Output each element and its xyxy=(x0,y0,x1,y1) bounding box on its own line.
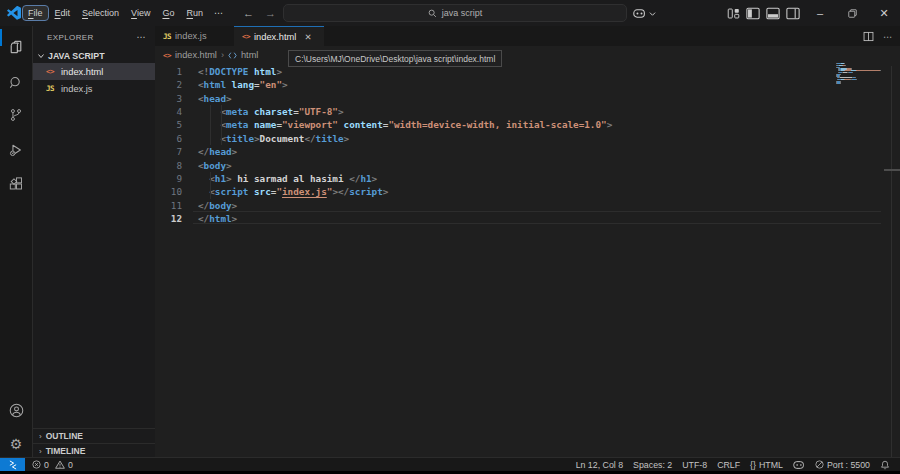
code-line-5: <meta name="viewport" content="width=dev… xyxy=(198,118,612,131)
toggle-sidebar-button[interactable] xyxy=(746,7,760,20)
tab-index.js[interactable]: JSindex.js xyxy=(155,26,234,46)
source-control-icon[interactable] xyxy=(0,100,32,130)
code-line-11: </body> xyxy=(198,199,612,212)
command-center-label: java script xyxy=(442,8,483,18)
file-name: index.html xyxy=(61,67,103,77)
problems-status[interactable]: 0 0 xyxy=(32,460,73,470)
breadcrumb-file[interactable]: index.html xyxy=(175,50,217,60)
js-file-icon: JS xyxy=(163,32,171,41)
explorer-icon[interactable] xyxy=(0,32,32,62)
explorer-more-actions[interactable]: ⋯ xyxy=(137,32,147,42)
code-line-4: <meta charset="UTF-8"> xyxy=(198,105,612,118)
code-line-9: <h1> hi sarmad al hasimi </h1> xyxy=(198,172,612,185)
language-status[interactable]: {}HTML xyxy=(750,460,783,470)
tab-label: index.html xyxy=(254,32,296,42)
breadcrumb-symbol[interactable]: html xyxy=(241,50,258,60)
vscode-logo-icon xyxy=(7,6,21,20)
remote-indicator[interactable] xyxy=(0,458,25,471)
menu-file[interactable]: File xyxy=(22,5,49,21)
copilot-button[interactable] xyxy=(633,0,656,26)
extensions-icon[interactable] xyxy=(0,169,32,199)
js-file-icon: JS xyxy=(46,84,58,93)
notifications-bell-icon[interactable] xyxy=(880,460,890,470)
vscode-window: FileEditSelectionViewGoRun⋯ ← → java scr… xyxy=(0,0,900,474)
code-line-6: <title>Document</title> xyxy=(198,132,612,145)
cursor-position-status[interactable]: Ln 12, Col 8 xyxy=(576,460,623,470)
menu-go[interactable]: Go xyxy=(156,5,180,21)
encoding-status[interactable]: UTF-8 xyxy=(682,460,707,470)
explorer-title: EXPLORER xyxy=(47,33,94,42)
split-editor-icon[interactable] xyxy=(863,31,874,42)
customize-layout-button[interactable] xyxy=(727,7,740,20)
accounts-icon[interactable] xyxy=(0,395,32,425)
menu-more-icon[interactable]: ⋯ xyxy=(209,5,229,21)
status-bar: 0 0 Ln 12, Col 8 Spaces: 2 UTF-8 CRLF {}… xyxy=(0,457,900,471)
editor-more-actions-icon[interactable]: ⋯ xyxy=(883,31,893,42)
file-item-index.js[interactable]: JSindex.js xyxy=(33,80,155,97)
chevron-down-icon xyxy=(37,52,45,60)
search-view-icon[interactable] xyxy=(0,68,32,98)
eol-status[interactable]: CRLF xyxy=(717,460,740,470)
timeline-section[interactable]: › TIMELINE xyxy=(33,443,155,458)
minimap-border xyxy=(891,66,892,457)
code-line-7: </head> xyxy=(198,145,612,158)
title-bar: FileEditSelectionViewGoRun⋯ ← → java scr… xyxy=(0,0,900,26)
error-icon xyxy=(32,460,41,469)
file-item-index.html[interactable]: <>index.html xyxy=(33,63,155,80)
explorer-sidebar: EXPLORER ⋯ JAVA SCRIPT <>index.htmlJSind… xyxy=(33,26,155,457)
tab-index.html[interactable]: <>index.html✕ xyxy=(234,26,324,46)
code-line-10: <script src="index.js"></script> xyxy=(198,185,612,198)
menu-run[interactable]: Run xyxy=(180,5,209,21)
explorer-header: EXPLORER ⋯ xyxy=(33,26,155,48)
nav-forward-button[interactable]: → xyxy=(265,7,276,19)
line-numbers: 123456789101112 xyxy=(155,65,182,225)
html-file-icon: <> xyxy=(46,67,58,76)
live-server-port-status[interactable]: Port : 5500 xyxy=(815,460,870,470)
editor-group: JSindex.js<>index.html✕ ⋯ <> index.html … xyxy=(155,26,900,457)
tab-bar: JSindex.js<>index.html✕ xyxy=(155,26,900,46)
search-icon xyxy=(428,9,437,18)
code-line-3: <head> xyxy=(198,92,612,105)
folder-name: JAVA SCRIPT xyxy=(48,51,105,61)
code-line-2: <html lang="en"> xyxy=(198,78,612,91)
code-line-1: <!DOCTYPE html> xyxy=(198,65,612,78)
scrollbar-mark xyxy=(884,169,900,171)
indentation-status[interactable]: Spaces: 2 xyxy=(633,460,672,470)
tab-label: index.js xyxy=(175,31,207,41)
chevron-right-icon: › xyxy=(39,432,42,441)
window-close-button[interactable]: ✕ xyxy=(868,0,900,26)
minimap[interactable] xyxy=(836,63,882,85)
code-line-12: </html> xyxy=(198,212,612,225)
copilot-status-icon[interactable] xyxy=(793,460,805,470)
window-restore-button[interactable] xyxy=(836,0,868,26)
code-content[interactable]: <!DOCTYPE html><html lang="en"><head> <m… xyxy=(198,65,612,225)
remote-icon xyxy=(8,460,18,470)
activity-bar: ⚙ xyxy=(0,26,33,457)
menu-view[interactable]: View xyxy=(125,5,156,21)
braces-icon: {} xyxy=(750,460,756,470)
toggle-panel-button[interactable] xyxy=(766,7,780,20)
nav-back-button[interactable]: ← xyxy=(243,7,254,19)
folder-section-javascript[interactable]: JAVA SCRIPT xyxy=(33,49,155,63)
tab-close-icon[interactable]: ✕ xyxy=(304,32,311,42)
run-debug-icon[interactable] xyxy=(0,135,32,165)
html-file-icon: <> xyxy=(242,32,250,41)
command-center-search[interactable]: java script xyxy=(283,4,627,22)
port-icon xyxy=(815,460,824,469)
menu-selection[interactable]: Selection xyxy=(76,5,125,21)
outline-section[interactable]: › OUTLINE xyxy=(33,428,155,443)
settings-gear-icon[interactable]: ⚙ xyxy=(0,429,32,459)
menu-edit[interactable]: Edit xyxy=(49,5,77,21)
chevron-right-icon: › xyxy=(39,447,42,456)
html-file-icon: <> xyxy=(163,51,171,60)
symbol-element-icon xyxy=(228,51,237,60)
breadcrumbs[interactable]: <> index.html › html xyxy=(163,46,258,64)
chevron-down-icon xyxy=(649,10,656,17)
file-name: index.js xyxy=(61,84,93,94)
warning-icon xyxy=(55,460,65,469)
menu-bar: FileEditSelectionViewGoRun⋯ xyxy=(22,0,229,26)
toggle-secondary-sidebar-button[interactable] xyxy=(786,7,800,20)
window-minimize-button[interactable]: – xyxy=(804,0,836,26)
breadcrumb-separator: › xyxy=(221,50,224,60)
code-line-8: <body> xyxy=(198,159,612,172)
